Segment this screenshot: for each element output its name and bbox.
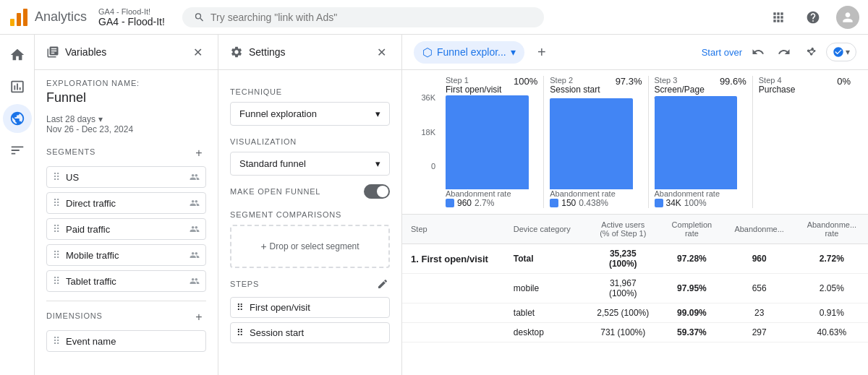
cell-step: 1. First open/visit <box>402 244 505 274</box>
drag-icon: ⠿ <box>53 275 60 287</box>
nav-explore[interactable] <box>3 104 32 133</box>
segment-drop-zone[interactable]: + Drop or select segment <box>230 225 390 268</box>
variables-panel: Variables ✕ EXPLORATION NAME: Funnel Las… <box>35 35 218 375</box>
step-item-name: Session start <box>250 327 304 338</box>
y-axis: 36K 18K 0 <box>414 76 440 208</box>
segment-item[interactable]: ⠿ Paid traffic <box>46 218 206 240</box>
settings-close-button[interactable]: ✕ <box>373 43 390 61</box>
abandonment-pct-2: 0.438% <box>579 198 608 208</box>
add-tab-button[interactable]: + <box>530 40 553 64</box>
nav-reports[interactable] <box>3 72 32 101</box>
drag-icon: ⠿ <box>53 335 60 347</box>
drag-icon: ⠿ <box>53 223 60 235</box>
table-body: 1. First open/visit Total 35,235(100%) 9… <box>402 244 868 342</box>
data-table: Step Device category Active users(% of S… <box>402 215 868 342</box>
step-pct-2: 97.3% <box>616 76 642 87</box>
abandonment-info-3: Abandonment rate 34K 100% <box>655 189 746 208</box>
cell-device: Total <box>505 244 585 274</box>
make-open-funnel-row: MAKE OPEN FUNNEL <box>230 184 390 199</box>
funnel-chart: 36K 18K 0 Step 1 First open/visit 100% A… <box>402 70 868 215</box>
abandonment-pct-1: 2.7% <box>475 198 494 208</box>
table-row: desktop 731 (100%) 59.37% 297 40.63% <box>402 323 868 342</box>
table-row: 1. First open/visit Total 35,235(100%) 9… <box>402 244 868 274</box>
add-dimension-button[interactable]: + <box>192 310 206 324</box>
steps-section-header: STEPS <box>230 277 390 291</box>
search-bar[interactable] <box>182 7 544 27</box>
step-item[interactable]: ⠿ Session start <box>230 322 390 343</box>
drop-zone-text: Drop or select segment <box>270 241 359 251</box>
start-over-button[interactable]: Start over <box>702 47 742 58</box>
pencil-icon <box>377 278 388 290</box>
col-completion-rate: Completionrate <box>660 215 723 244</box>
col-abandonment: Abandonme... <box>723 215 796 244</box>
tab-dropdown-icon: ▾ <box>511 46 516 58</box>
step-number-3: Step 3 <box>655 76 720 85</box>
account-name: GA4 - Flood-It! <box>98 16 165 27</box>
nav-home[interactable] <box>3 40 32 69</box>
step-name-1: First open/visit <box>446 85 501 95</box>
date-range[interactable]: Last 28 days ▾ Nov 26 - Dec 23, 2024 <box>46 114 206 134</box>
bar-area-1 <box>446 96 537 189</box>
cell-abandonment: 656 <box>723 274 796 303</box>
nav-advertising[interactable] <box>3 136 32 165</box>
settings-panel-header: Settings ✕ <box>218 35 401 70</box>
step-number-4: Step 4 <box>759 76 796 85</box>
person-icon <box>190 224 200 234</box>
funnel-tab[interactable]: ⬡ Funnel explor... ▾ <box>414 41 524 64</box>
exploration-name-label: EXPLORATION NAME: <box>46 79 206 87</box>
share-button[interactable] <box>800 42 820 62</box>
dimension-name: Event name <box>66 336 200 347</box>
check-dropdown[interactable]: ▾ <box>826 43 856 61</box>
redo-button[interactable] <box>774 42 794 62</box>
check-dropdown-arrow: ▾ <box>846 47 850 57</box>
cell-active-users: 35,235(100%) <box>585 244 660 274</box>
funnel-step-1: Step 1 First open/visit 100% Abandonment… <box>440 76 544 208</box>
bar-3 <box>655 96 738 189</box>
avatar[interactable] <box>836 6 859 29</box>
segment-item[interactable]: ⠿ Tablet traffic <box>46 270 206 292</box>
technique-select[interactable]: Funnel exploration ▾ <box>230 102 390 126</box>
segment-name: US <box>66 172 184 183</box>
step-number-2: Step 2 <box>550 76 600 85</box>
funnel-tab-icon: ⬡ <box>422 46 433 59</box>
cell-step <box>402 303 505 323</box>
table-row: mobile 31,967(100%) 97.95% 656 2.05% <box>402 274 868 303</box>
table-row: tablet 2,525 (100%) 99.09% 23 0.91% <box>402 303 868 323</box>
step-item[interactable]: ⠿ First open/visit <box>230 297 390 318</box>
header-actions: Start over ▾ <box>702 42 856 62</box>
segment-item[interactable]: ⠿ US <box>46 166 206 188</box>
abandonment-label-2: Abandonment rate <box>550 189 642 198</box>
abandonment-label-3: Abandonment rate <box>655 189 746 198</box>
bar-area-4 <box>759 96 851 208</box>
drag-icon: ⠿ <box>53 171 60 183</box>
segment-name: Mobile traffic <box>66 250 184 261</box>
visualization-select[interactable]: Standard funnel ▾ <box>230 152 390 176</box>
steps-list: ⠿ First open/visit ⠿ Session start <box>230 297 390 343</box>
segment-item[interactable]: ⠿ Mobile traffic <box>46 244 206 266</box>
edit-steps-button[interactable] <box>375 277 390 291</box>
add-segment-button[interactable]: + <box>192 146 206 160</box>
cell-completion-rate: 59.37% <box>660 323 723 342</box>
redo-icon <box>778 46 791 59</box>
abandonment-values-1: 960 2.7% <box>446 198 537 208</box>
exploration-name-value: Funnel <box>46 90 206 105</box>
apps-icon-button[interactable] <box>767 6 790 29</box>
dimension-item[interactable]: ⠿ Event name <box>46 330 206 352</box>
top-icons <box>767 6 859 29</box>
search-input[interactable] <box>210 12 532 23</box>
drag-icon: ⠿ <box>53 197 60 209</box>
make-open-funnel-toggle[interactable] <box>364 184 390 199</box>
segment-item[interactable]: ⠿ Direct traffic <box>46 192 206 214</box>
steps-label: STEPS <box>230 280 259 288</box>
viz-dropdown-icon: ▾ <box>375 158 380 169</box>
date-range-label: Last 28 days ▾ <box>46 114 206 124</box>
help-icon-button[interactable] <box>801 6 825 29</box>
segments-label: SEGMENTS <box>46 147 95 156</box>
abandonment-info-1: Abandonment rate 960 2.7% <box>446 189 537 208</box>
undo-button[interactable] <box>748 42 768 62</box>
variables-close-button[interactable]: ✕ <box>189 43 206 61</box>
col-abandonment-rate: Abandonme...rate <box>796 215 868 244</box>
step-pct-1: 100% <box>514 76 537 87</box>
undo-icon <box>752 46 765 59</box>
cell-abandonment-rate: 2.72% <box>796 244 868 274</box>
